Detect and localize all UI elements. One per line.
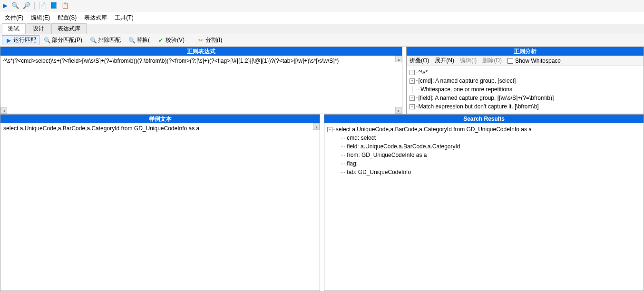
check-icon: ✔ (157, 37, 164, 44)
tree-node[interactable]: │ ···· Whitespace, one or more repetitio… (410, 85, 641, 94)
show-whitespace-checkbox[interactable]: Show Whitespace (507, 58, 561, 64)
regex-pattern-before: ^\s*(?<cmd>select)\s+(?<field>[\w\s\S]+(… (3, 58, 294, 64)
run-match-button[interactable]: ▶ 运行匹配 (2, 35, 39, 45)
regex-panel-title: 正则表达式 (0, 47, 402, 56)
menu-file[interactable]: 文件(F) (5, 14, 23, 22)
tree-connector: ·· (416, 77, 418, 85)
tab-strip: 测试 设计 表达式库 (0, 24, 644, 34)
verify-label: 校验(V) (166, 36, 185, 44)
action-toolbar: ▶ 运行匹配 🔍 部分匹配(P) 🔍 排除匹配 🔍 替换( ✔ 校验(V) ✂ … (0, 34, 644, 47)
analysis-toolbar: 折叠(O) 展开(N) 编辑(I) 删除(D) Show Whitespace (407, 56, 644, 66)
expand-icon[interactable]: + (410, 104, 415, 109)
exclude-match-button[interactable]: 🔍 排除匹配 (87, 35, 124, 45)
menu-library[interactable]: 表达式库 (84, 14, 107, 22)
menu-config[interactable]: 配置(S) (58, 14, 77, 22)
replace-button[interactable]: 🔍 替换( (125, 35, 153, 45)
result-item[interactable]: ···· from: GD_UniqueCodeInfo as a (327, 151, 641, 159)
results-panel-body: − ·· select a.UniqueCode,a.BarCode,a.Cat… (324, 123, 644, 291)
tree-label: [cmd]: A named capture group. [select] (419, 77, 516, 85)
regex-pattern-after: [\w]+)\s*[\s\w\S]*) (295, 58, 339, 64)
sample-text-input[interactable]: select a.UniqueCode,a.BarCode,a.Category… (0, 123, 320, 134)
regex-panel-body: ^\s*(?<cmd>select)\s+(?<field>[\w\s\S]+(… (0, 56, 402, 114)
results-tree: − ·· select a.UniqueCode,a.BarCode,a.Cat… (324, 123, 644, 178)
result-item[interactable]: ···· field: a.UniqueCode,a.BarCode,a.Cat… (327, 142, 641, 151)
analysis-panel-title: 正则分析 (407, 47, 644, 56)
tree-connector: ·· (416, 94, 418, 102)
checkbox-icon (507, 58, 513, 64)
tab-test[interactable]: 测试 (2, 23, 26, 34)
tree-connector: │ (410, 85, 415, 94)
result-item-label: from: GD_UniqueCodeInfo as a (347, 151, 427, 159)
doc-icon[interactable]: 📄 (39, 2, 46, 9)
result-root-label: select a.UniqueCode,a.BarCode,a.Category… (336, 125, 532, 134)
tree-connector: ···· (341, 168, 347, 176)
regex-input[interactable]: ^\s*(?<cmd>select)\s+(?<field>[\w\s\S]+(… (0, 56, 402, 66)
delete-button: 删除(D) (482, 57, 502, 65)
tree-node[interactable]: + ·· Match expression but don't capture … (410, 102, 641, 111)
sample-panel-title: 样例文本 (0, 115, 320, 123)
result-item-label: cmd: select (347, 134, 376, 142)
tree-connector: ·· (332, 125, 336, 134)
tree-connector: ···· (341, 142, 347, 151)
play-icon[interactable]: ▶ (3, 2, 8, 9)
top-icon-toolbar: ▶ 🔍 🔎 📄 📘 📋 (0, 0, 644, 11)
result-item[interactable]: ···· flag: (327, 159, 641, 168)
clipboard-icon[interactable]: 📋 (61, 2, 69, 9)
result-root[interactable]: − ·· select a.UniqueCode,a.BarCode,a.Cat… (327, 125, 641, 134)
result-item[interactable]: ···· tab: GD_UniqueCodeInfo (327, 168, 641, 176)
result-item-label: field: a.UniqueCode,a.BarCode,a.Category… (347, 142, 460, 151)
expand-button[interactable]: 展开(N) (435, 57, 454, 65)
scroll-left-icon[interactable]: ◂ (0, 107, 7, 114)
result-item-label: tab: GD_UniqueCodeInfo (347, 168, 411, 176)
result-item-label: flag: (347, 159, 358, 168)
replace-label: 替换( (137, 36, 150, 44)
tree-node[interactable]: + ·· ^\s* (410, 68, 641, 77)
expand-icon[interactable]: + (410, 70, 415, 75)
result-item[interactable]: ···· cmd: select (327, 134, 641, 142)
tree-label: Match expression but don't capture it. [… (419, 102, 539, 111)
show-whitespace-label: Show Whitespace (515, 58, 561, 64)
scroll-up-icon[interactable]: ▴ (313, 123, 320, 130)
search-icon: 🔍 (44, 37, 50, 44)
tab-design[interactable]: 设计 (27, 23, 50, 34)
search-icon: 🔍 (128, 37, 135, 44)
tree-connector: ···· (341, 151, 347, 159)
results-panel: Search Results − ·· select a.UniqueCode,… (324, 114, 644, 291)
tree-connector: ·· (416, 102, 418, 111)
tree-connector: ···· (416, 85, 420, 94)
menu-edit[interactable]: 编辑(E) (31, 14, 50, 22)
separator (34, 2, 35, 10)
partial-match-button[interactable]: 🔍 部分匹配(P) (40, 35, 86, 45)
run-match-label: 运行匹配 (13, 36, 36, 44)
collapse-icon[interactable]: − (327, 127, 332, 132)
scroll-up-icon[interactable]: ▴ (395, 56, 402, 62)
expand-icon[interactable]: + (410, 96, 415, 101)
upper-split: 正则表达式 ^\s*(?<cmd>select)\s+(?<field>[\w\… (0, 47, 644, 114)
tree-node[interactable]: + ·· [cmd]: A named capture group. [sele… (410, 77, 641, 85)
scissors-icon: ✂ (197, 37, 204, 44)
partial-match-label: 部分匹配(P) (52, 36, 82, 44)
exclude-match-label: 排除匹配 (98, 36, 121, 44)
search-icon[interactable]: 🔍 (11, 2, 19, 9)
main-menu: 文件(F) 编辑(E) 配置(S) 表达式库 工具(T) (0, 11, 644, 24)
analysis-tree: + ·· ^\s* + ·· [cmd]: A named capture gr… (407, 66, 644, 113)
results-panel-title: Search Results (324, 115, 644, 123)
search-icon: 🔍 (90, 37, 97, 44)
edit-button: 编辑(I) (460, 57, 477, 65)
analysis-panel: 正则分析 折叠(O) 展开(N) 编辑(I) 删除(D) Show Whites… (406, 47, 644, 114)
tab-library[interactable]: 表达式库 (51, 23, 87, 34)
verify-button[interactable]: ✔ 校验(V) (154, 35, 188, 45)
fold-button[interactable]: 折叠(O) (410, 57, 429, 65)
search-doc-icon[interactable]: 🔎 (23, 2, 30, 9)
play-icon: ▶ (5, 37, 12, 44)
regex-panel: 正则表达式 ^\s*(?<cmd>select)\s+(?<field>[\w\… (0, 47, 402, 114)
book-icon[interactable]: 📘 (50, 2, 58, 9)
split-label: 分割(I) (205, 36, 222, 44)
tree-connector: ···· (341, 134, 347, 142)
expand-icon[interactable]: + (410, 78, 415, 84)
lower-split: 样例文本 select a.UniqueCode,a.BarCode,a.Cat… (0, 114, 644, 291)
menu-tools[interactable]: 工具(T) (115, 14, 133, 22)
scroll-right-icon[interactable]: ▸ (395, 107, 402, 114)
split-button[interactable]: ✂ 分割(I) (194, 35, 225, 45)
tree-node[interactable]: + ·· [field]: A named capture group. [[\… (410, 94, 641, 102)
